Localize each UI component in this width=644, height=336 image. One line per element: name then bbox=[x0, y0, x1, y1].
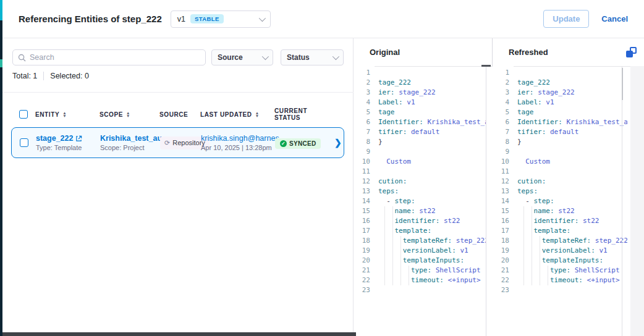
version-select[interactable]: v1 STABLE bbox=[171, 10, 271, 28]
nav-logo-edge bbox=[0, 0, 2, 20]
nav-icon-edge bbox=[0, 59, 2, 67]
app-bottom-edge bbox=[0, 332, 356, 336]
code-line: 13teps: bbox=[354, 187, 493, 196]
indent-guide bbox=[392, 206, 393, 216]
status-filter-label: Status bbox=[287, 53, 310, 62]
search-input[interactable] bbox=[12, 49, 206, 65]
indent-guide bbox=[384, 226, 385, 236]
row-expand-chevron-icon[interactable]: ❯ bbox=[334, 138, 347, 148]
refreshed-panel-header: Refreshed bbox=[493, 38, 644, 66]
sort-icon[interactable]: ▲▼ bbox=[255, 111, 260, 117]
chevron-down-icon bbox=[333, 53, 339, 60]
indent-guide bbox=[400, 236, 401, 246]
git-sync-icon: ⟳ bbox=[164, 139, 170, 147]
source-filter-label: Source bbox=[218, 53, 243, 62]
code-line: 21 type: ShellScript bbox=[354, 266, 493, 275]
source-cell: ⟳ Repository bbox=[160, 136, 201, 149]
code-line: 19 versionLabel: v1 bbox=[354, 246, 493, 256]
indent-guide bbox=[384, 216, 385, 226]
total-count: Total: 1 bbox=[12, 72, 37, 80]
indent-guide bbox=[392, 275, 393, 285]
entity-link[interactable]: stage_222 bbox=[36, 134, 100, 143]
indent-guide bbox=[400, 275, 401, 285]
entity-type: Type: Template bbox=[36, 144, 100, 151]
status-filter-dropdown[interactable]: Status bbox=[281, 49, 344, 65]
page-title: Referencing Entities of step_222 bbox=[19, 14, 162, 24]
cancel-button[interactable]: Cancel bbox=[601, 14, 628, 23]
indent-guide bbox=[409, 275, 409, 285]
indent-guide bbox=[400, 246, 401, 256]
indent-guide bbox=[540, 236, 540, 246]
indent-guide bbox=[548, 275, 548, 285]
row-checkbox[interactable] bbox=[20, 138, 28, 147]
indent-guide bbox=[384, 275, 385, 285]
code-line: 18 templateRef: step_222 bbox=[354, 236, 493, 246]
search-icon bbox=[18, 54, 26, 62]
code-line: 6Identifier: Krishika_test_autq bbox=[354, 117, 493, 127]
table-row[interactable]: stage_222 Type: Template Krishika_test_a… bbox=[11, 127, 344, 158]
indent-guide bbox=[400, 266, 401, 275]
indent-guide bbox=[532, 266, 532, 275]
chevron-down-icon bbox=[262, 53, 269, 60]
column-last-updated: LAST UPDATED ▲▼ bbox=[200, 111, 274, 118]
horizontal-scrollbar-thumb[interactable] bbox=[481, 65, 491, 67]
status-badge: ✓ SYNCED bbox=[275, 138, 321, 149]
select-all-checkbox[interactable] bbox=[19, 110, 28, 119]
indent-guide bbox=[409, 266, 409, 275]
vertical-scrollbar-thumb[interactable] bbox=[622, 68, 623, 100]
source-filter-dropdown[interactable]: Source bbox=[211, 49, 273, 65]
update-button[interactable]: Update bbox=[543, 10, 589, 28]
filters-bar: Source Status bbox=[2, 38, 353, 65]
code-line: 8} bbox=[354, 137, 493, 147]
indent-guide bbox=[392, 246, 393, 256]
indent-guide bbox=[384, 206, 385, 216]
indent-guide bbox=[540, 266, 540, 275]
indent-guide bbox=[523, 206, 524, 216]
indent-guide bbox=[523, 266, 524, 275]
scrollbar-track bbox=[486, 67, 486, 336]
indent-guide bbox=[392, 226, 393, 236]
original-title: Original bbox=[370, 48, 400, 57]
code-line: 7tifier: default bbox=[354, 127, 493, 137]
indent-guide bbox=[532, 226, 532, 236]
original-code-editor[interactable]: 12tage_2223ier: stage_2224Label: v15tage… bbox=[354, 66, 493, 336]
code-line: 14 - step: bbox=[354, 196, 493, 206]
indent-guide bbox=[532, 275, 532, 285]
code-line: 11 bbox=[354, 167, 493, 177]
entity-cell: stage_222 Type: Template bbox=[36, 134, 100, 151]
indent-guide bbox=[523, 275, 524, 285]
code-line: 22 timeout: <+input> bbox=[354, 275, 493, 285]
column-scope: SCOPE ▲▼ bbox=[100, 111, 159, 118]
indent-guide bbox=[384, 236, 385, 246]
copy-icon[interactable] bbox=[626, 47, 637, 57]
referencing-entities-dialog: Referencing Entities of step_222 v1 STAB… bbox=[0, 0, 644, 336]
totals-bar: Total: 1 Selected: 0 bbox=[12, 72, 353, 80]
indent-guide bbox=[548, 266, 548, 275]
sort-icon[interactable]: ▲▼ bbox=[126, 111, 130, 117]
updated-at: Apr 10, 2025 | 13:28pm bbox=[201, 144, 275, 151]
dialog-header: Referencing Entities of step_222 v1 STAB… bbox=[2, 0, 644, 38]
indent-guide bbox=[523, 236, 524, 246]
column-entity: ENTITY ▲▼ bbox=[35, 111, 100, 118]
indent-guide bbox=[392, 256, 393, 266]
section-divider bbox=[2, 92, 354, 93]
indent-guide bbox=[540, 256, 540, 266]
diff-section: Original 12tage_2223ier: stage_2224Label… bbox=[354, 38, 644, 336]
indent-guide bbox=[523, 226, 524, 236]
column-current-status: CURRENT STATUS bbox=[274, 107, 334, 121]
indent-guide bbox=[532, 236, 532, 246]
sort-icon[interactable]: ▲▼ bbox=[62, 111, 67, 117]
stable-badge: STABLE bbox=[190, 14, 224, 23]
original-panel-header: Original bbox=[354, 38, 493, 66]
code-line: 5tage bbox=[354, 107, 493, 117]
updated-by-link[interactable]: krishika.singh@harnes... bbox=[201, 134, 275, 143]
code-line: 2tage_222 bbox=[354, 78, 493, 88]
indent-guide bbox=[532, 256, 532, 266]
search-field[interactable] bbox=[30, 53, 200, 62]
code-line: 16 identifier: st22 bbox=[354, 216, 493, 226]
indent-guide bbox=[523, 216, 524, 226]
scope-link[interactable]: Krishika_test_au... bbox=[100, 134, 160, 143]
version-value: v1 bbox=[177, 15, 185, 23]
code-line: 20 templateInputs: bbox=[354, 256, 493, 266]
indent-guide bbox=[540, 246, 540, 256]
